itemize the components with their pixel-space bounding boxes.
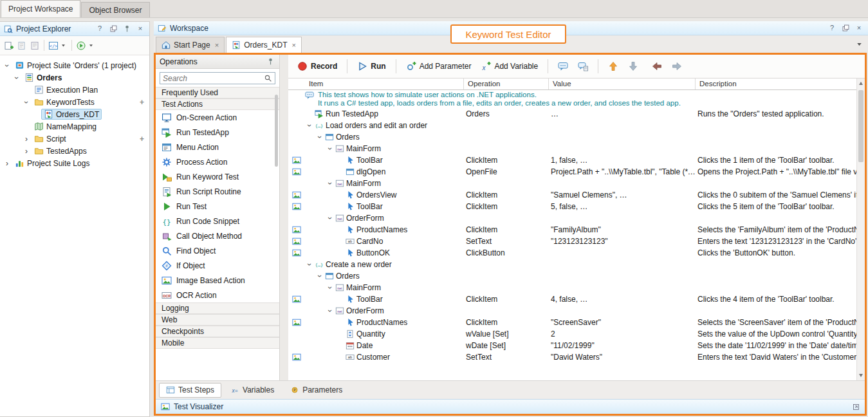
pin-icon[interactable] — [265, 57, 275, 66]
expander-icon[interactable]: › — [326, 215, 334, 221]
step-row-ordersview[interactable]: OrdersViewClickItem"Samuel Clemens", …Cl… — [288, 189, 856, 201]
ops-category-logging[interactable]: Logging — [156, 302, 279, 314]
tree-item-keywordtests[interactable]: ›KeywordTests+ — [1, 96, 149, 108]
ops-item-find-object[interactable]: Find Object — [156, 243, 279, 258]
expander-icon[interactable]: › — [316, 134, 324, 140]
step-row-orderform[interactable]: ›netOrderForm — [288, 212, 856, 224]
scrollbar-thumb[interactable] — [858, 90, 863, 162]
help-icon[interactable]: ? — [827, 23, 837, 33]
tab-list-dropdown-icon[interactable] — [855, 40, 863, 48]
expand-panel-icon[interactable] — [851, 402, 861, 412]
pin-icon[interactable] — [122, 24, 132, 33]
visualizer-thumbnail-cell[interactable] — [288, 353, 305, 362]
ops-item-run-testedapp[interactable]: Run TestedApp — [156, 125, 279, 140]
add-child-item-button[interactable]: + — [140, 134, 144, 144]
close-icon[interactable]: × — [135, 24, 145, 33]
group-row-create-a-new-order[interactable]: ›{…}Create a new order — [288, 259, 856, 270]
visualizer-thumbnail-cell[interactable] — [288, 318, 305, 327]
step-row-quantity[interactable]: QuantitywValue [Set]2Sets the value of t… — [288, 328, 856, 340]
expander-icon[interactable]: › — [23, 147, 30, 155]
step-row-mainform[interactable]: ›netMainForm — [288, 143, 856, 154]
tree-item-project-suite-logs[interactable]: ›Project Suite Logs — [1, 157, 149, 169]
step-row-orders[interactable]: ›Orders — [288, 131, 856, 143]
add-variable-button[interactable]: x Add Variable — [478, 59, 540, 73]
expander-icon[interactable]: › — [13, 75, 21, 81]
expander-icon[interactable]: › — [326, 284, 334, 291]
ops-item-image-based-action[interactable]: Image Based Action — [156, 273, 279, 288]
expander-icon[interactable]: › — [326, 308, 334, 314]
ops-category-checkpoints[interactable]: Checkpoints — [156, 326, 279, 337]
tree-item-execution-plan[interactable]: Execution Plan — [1, 84, 149, 96]
doc-tab-orders-kdt[interactable]: Orders_KDT× — [226, 37, 302, 53]
tab-variables[interactable]: x=Variables — [223, 383, 281, 398]
step-row-buttonok[interactable]: ButtonOKClickButtonClicks the 'ButtonOK'… — [288, 247, 856, 259]
run-button[interactable]: Run — [355, 59, 388, 73]
tree-item-project-suite-orders-1-project[interactable]: ›Project Suite 'Orders' (1 project) — [1, 59, 149, 71]
ops-item-run-keyword-test[interactable]: Run Keyword Test — [156, 169, 279, 184]
tab-close-icon[interactable]: × — [292, 42, 296, 49]
remove-item-button[interactable] — [28, 39, 41, 52]
visualizer-thumbnail-cell[interactable] — [288, 202, 305, 211]
expander-icon[interactable]: › — [306, 261, 313, 268]
tree-item-namemapping[interactable]: NameMapping — [1, 120, 149, 133]
group-row-load-orders-and-edit-an-order[interactable]: ›{…}Load orders and edit an order — [288, 120, 856, 131]
column-header-item[interactable]: Item — [305, 79, 463, 89]
tab-close-icon[interactable]: × — [215, 42, 219, 49]
add-child-item-button[interactable]: + — [140, 98, 144, 107]
tree-item-testedapps[interactable]: ›TestedApps — [1, 145, 149, 157]
step-row-toolbar[interactable]: ToolBarClickItem5, false, …Clicks the 5 … — [288, 201, 856, 212]
ops-item-if-object[interactable]: ifIf Object — [156, 258, 279, 273]
step-row-date[interactable]: DatewDate [Set]"11/02/1999"Sets the date… — [288, 340, 856, 351]
visualizer-thumbnail-cell[interactable] — [288, 237, 305, 246]
step-row-cardno[interactable]: abCardNoSetText"123123123123"Enters the … — [288, 236, 856, 247]
tab-parameters[interactable]: PParameters — [283, 383, 349, 398]
test-visualizer-bar[interactable]: Test Visualizer — [156, 399, 865, 414]
scrollbar-thumb[interactable] — [275, 95, 278, 167]
ops-category-test-actions[interactable]: Test Actions — [156, 98, 279, 110]
add-existing-item-button[interactable] — [15, 39, 28, 52]
close-icon[interactable]: × — [854, 23, 864, 33]
comment-row[interactable]: This test shows how to simulate user act… — [288, 90, 856, 108]
visualizer-thumbnail-cell[interactable] — [288, 225, 305, 234]
float-window-icon[interactable] — [108, 24, 118, 33]
move-down-button[interactable] — [625, 59, 641, 73]
ops-item-on-screen-action[interactable]: On-Screen Action — [156, 110, 279, 125]
column-header-operation[interactable]: Operation — [463, 79, 548, 89]
expander-icon[interactable]: › — [4, 160, 10, 167]
run-project-button[interactable] — [75, 39, 97, 52]
visualizer-thumbnail-cell[interactable] — [288, 167, 305, 176]
expander-icon[interactable]: › — [306, 122, 313, 129]
add-new-item-button[interactable] — [3, 39, 15, 52]
code-editor-button[interactable]: </> — [47, 39, 69, 52]
move-left-button[interactable] — [649, 59, 665, 73]
expander-icon[interactable]: › — [23, 99, 30, 106]
step-row-mainform[interactable]: ›netMainForm — [288, 178, 856, 189]
step-row-productnames[interactable]: ProductNamesClickItem"ScreenSaver"Select… — [288, 317, 856, 328]
ops-category-web[interactable]: Web — [156, 314, 279, 326]
operations-scrollbar[interactable] — [274, 88, 279, 375]
tree-item-script[interactable]: ›Script+ — [1, 133, 149, 145]
step-row-orders[interactable]: ›Orders — [288, 270, 856, 282]
step-row-toolbar[interactable]: ToolBarClickItem1, false, …Clicks the 1 … — [288, 154, 856, 166]
scroll-up-icon[interactable] — [859, 82, 863, 85]
expander-icon[interactable]: › — [316, 273, 324, 279]
ops-item-run-test[interactable]: Run Test — [156, 199, 279, 214]
app-tab-object-browser[interactable]: Object Browser — [81, 2, 149, 17]
ops-item-run-script-routine[interactable]: Run Script Routine — [156, 184, 279, 199]
tree-item-orders[interactable]: ›Orders — [1, 71, 149, 84]
visualizer-thumbnail-cell[interactable] — [288, 248, 305, 257]
expander-icon[interactable]: › — [23, 135, 30, 143]
move-up-button[interactable] — [605, 59, 621, 73]
grid-vertical-scrollbar[interactable] — [856, 79, 865, 380]
ops-category-frequently-used[interactable]: Frequently Used — [156, 87, 279, 98]
step-row-mainform[interactable]: ›netMainForm — [288, 282, 856, 293]
step-row-customer[interactable]: abCustomerSetText"David Waters"Enters th… — [288, 351, 856, 363]
column-header-value[interactable]: Value — [548, 79, 695, 89]
ops-item-process-action[interactable]: Process Action — [156, 154, 279, 169]
expander-icon[interactable]: › — [326, 180, 334, 187]
ops-item-menu-action[interactable]: Menu Action — [156, 140, 279, 154]
add-description-button[interactable] — [575, 59, 591, 73]
ops-item-ocr-action[interactable]: OCROCR Action — [156, 288, 279, 302]
tab-test-steps[interactable]: Test Steps — [159, 383, 221, 398]
scroll-down-icon[interactable] — [859, 374, 863, 377]
